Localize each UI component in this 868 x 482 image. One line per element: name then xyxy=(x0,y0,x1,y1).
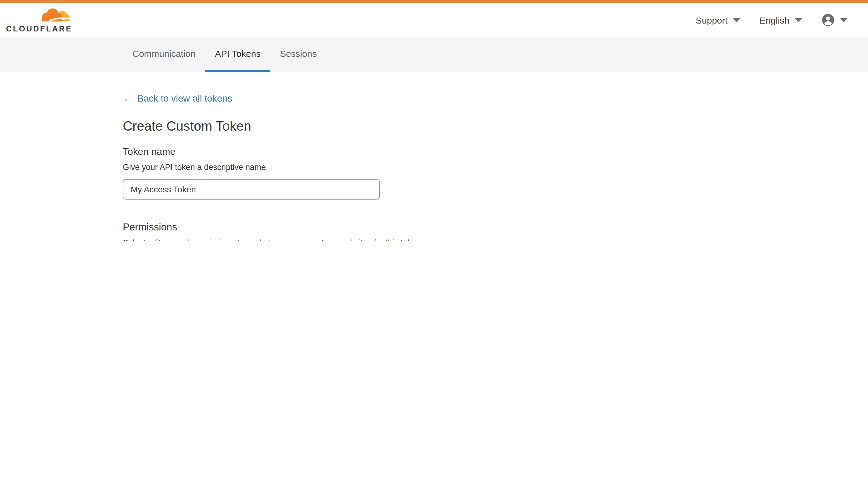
cloudflare-cloud-icon xyxy=(39,7,70,23)
token-name-description: Give your API token a descriptive name. xyxy=(123,162,648,173)
cloudflare-logo: CLOUDFLARE xyxy=(6,7,72,33)
support-menu-label: Support xyxy=(696,15,728,25)
chevron-down-icon xyxy=(733,18,740,22)
token-name-heading: Token name xyxy=(123,146,648,158)
language-menu[interactable]: English xyxy=(760,15,802,25)
tab-communication[interactable]: Communication xyxy=(123,37,205,72)
user-menu[interactable] xyxy=(822,13,847,27)
profile-tabs: Communication API Tokens Sessions xyxy=(0,37,868,72)
chevron-down-icon xyxy=(795,18,802,22)
cloudflare-dashboard: CLOUDFLARE Support English Communicati xyxy=(0,0,868,241)
main-content: ← Back to view all tokens Create Custom … xyxy=(123,72,648,241)
page-title: Create Custom Token xyxy=(123,118,648,135)
permissions-heading: Permissions xyxy=(123,220,648,233)
chevron-down-icon xyxy=(840,18,847,22)
back-to-tokens-link[interactable]: ← Back to view all tokens xyxy=(123,93,232,105)
tab-api-tokens[interactable]: API Tokens xyxy=(205,37,270,72)
support-menu[interactable]: Support xyxy=(696,15,740,25)
tab-sessions[interactable]: Sessions xyxy=(270,37,327,72)
token-name-input[interactable] xyxy=(123,179,380,200)
logo-wordmark: CLOUDFLARE xyxy=(6,24,72,33)
header: CLOUDFLARE Support English xyxy=(0,3,868,37)
arrow-left-icon: ← xyxy=(123,93,133,105)
language-menu-label: English xyxy=(760,15,789,25)
brand-top-bar xyxy=(0,0,868,3)
permissions-description: Select edit or read permissions to apply… xyxy=(123,238,648,241)
back-link-label: Back to view all tokens xyxy=(137,93,232,105)
user-avatar-icon xyxy=(822,13,835,27)
header-nav: Support English xyxy=(696,13,848,27)
